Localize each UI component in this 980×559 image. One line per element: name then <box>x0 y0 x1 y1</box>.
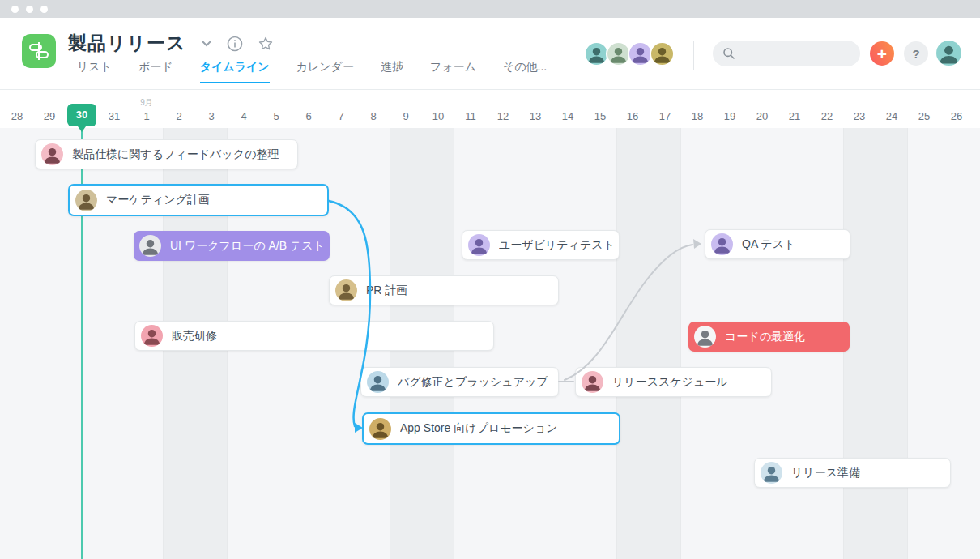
task-bar[interactable]: マーケティング計画 <box>68 184 329 216</box>
tab-timeline[interactable]: タイムライン <box>200 60 270 83</box>
today-marker[interactable]: 30 <box>67 104 96 126</box>
traffic-light-dot <box>40 6 48 13</box>
day-label: 3 <box>195 110 228 122</box>
day-label: 26 <box>940 110 973 122</box>
task-bar[interactable]: リリース準備 <box>754 458 951 488</box>
assignee-avatar <box>367 371 389 393</box>
task-bar[interactable]: コードの最適化 <box>688 322 850 352</box>
day-label: 23 <box>843 110 876 122</box>
window-chrome <box>0 0 980 18</box>
task-label: 販売研修 <box>172 329 217 344</box>
assignee-avatar <box>41 143 63 165</box>
tab-more[interactable]: その他... <box>503 60 547 83</box>
tab-board[interactable]: ボード <box>138 60 173 83</box>
tab-list[interactable]: リスト <box>77 60 112 83</box>
task-label: QA テスト <box>742 237 795 252</box>
project-header: 製品リリース リストボードタイムラインカレンダー進捗フォームその他... + ? <box>0 18 980 90</box>
search-input[interactable] <box>742 47 850 61</box>
day-label: 4 <box>228 110 260 122</box>
assignee-avatar <box>694 326 716 348</box>
task-bar[interactable]: UI ワークフローの A/B テスト <box>134 231 330 261</box>
tab-bar: リストボードタイムラインカレンダー進捗フォームその他... <box>77 60 547 83</box>
task-bar[interactable]: QA テスト <box>705 229 850 259</box>
task-label: コードの最適化 <box>725 330 805 344</box>
day-label: 24 <box>876 110 908 122</box>
day-label: 31 <box>98 110 130 122</box>
profile-avatar[interactable] <box>936 41 961 66</box>
task-label: App Store 向けプロモーション <box>400 421 557 436</box>
timeline-logo-icon <box>28 41 49 62</box>
day-label: 25 <box>908 110 940 122</box>
info-icon[interactable] <box>227 36 243 52</box>
assignee-avatar <box>139 235 161 257</box>
tab-progress[interactable]: 進捗 <box>381 60 403 83</box>
tab-calendar[interactable]: カレンダー <box>296 60 354 83</box>
star-icon[interactable] <box>258 36 274 52</box>
day-label: 13 <box>519 110 552 122</box>
add-button[interactable]: + <box>870 41 894 66</box>
day-label: 20 <box>746 110 778 122</box>
member-avatars <box>587 41 675 66</box>
task-label: マーケティング計画 <box>106 193 210 207</box>
task-bar[interactable]: 製品仕様に関するフィードバックの整理 <box>35 139 298 169</box>
day-label: 21 <box>778 110 811 122</box>
day-label: 22 <box>811 110 843 122</box>
assignee-avatar <box>369 418 391 440</box>
day-label: 12 <box>487 110 519 122</box>
task-bar[interactable]: PR 計画 <box>329 275 559 305</box>
project-icon <box>22 34 56 68</box>
day-label: 7 <box>325 110 357 122</box>
traffic-light-dot <box>26 6 33 13</box>
assignee-avatar <box>141 325 163 347</box>
assignee-avatar <box>468 234 490 256</box>
assignee-avatar <box>761 462 782 484</box>
assignee-avatar <box>335 280 357 301</box>
tab-forms[interactable]: フォーム <box>430 60 476 83</box>
day-label: 18 <box>681 110 714 122</box>
day-label: 6 <box>292 110 325 122</box>
task-label: UI ワークフローの A/B テスト <box>170 239 325 254</box>
chevron-down-icon[interactable] <box>201 40 212 48</box>
task-bar[interactable]: App Store 向けプロモーション <box>362 412 620 445</box>
day-label: 2 <box>163 110 195 122</box>
assignee-avatar <box>75 190 97 211</box>
task-label: PR 計画 <box>366 284 407 298</box>
task-bar[interactable]: 販売研修 <box>134 321 494 351</box>
task-label: バグ修正とブラッシュアップ <box>398 375 548 390</box>
assignee-avatar <box>711 233 733 255</box>
task-label: リリース準備 <box>791 466 860 480</box>
task-label: リリーススケジュール <box>612 375 728 390</box>
search-bar[interactable] <box>713 41 860 66</box>
task-bar[interactable]: ユーザビリティテスト <box>462 230 620 260</box>
day-label: 8 <box>357 110 390 122</box>
day-label: 16 <box>616 110 649 122</box>
page-title: 製品リリース <box>68 31 186 56</box>
day-label: 9 <box>390 110 422 122</box>
task-bar[interactable]: リリーススケジュール <box>575 367 772 397</box>
task-label: ユーザビリティテスト <box>499 238 615 253</box>
day-label: 17 <box>649 110 681 122</box>
day-label: 29 <box>33 110 66 122</box>
day-label: 19 <box>714 110 746 122</box>
header-divider <box>693 41 694 70</box>
app-window: 製品リリース リストボードタイムラインカレンダー進捗フォームその他... + ?… <box>0 0 980 559</box>
task-bar[interactable]: バグ修正とブラッシュアップ <box>360 367 559 397</box>
assignee-avatar <box>582 371 603 393</box>
profile-avatar-slot <box>936 41 961 66</box>
search-icon <box>722 47 735 60</box>
date-ruler: 2829303112345678910111213141516171819202… <box>0 89 980 128</box>
day-label: 14 <box>552 110 584 122</box>
task-label: 製品仕様に関するフィードバックの整理 <box>72 147 279 162</box>
day-label: 5 <box>260 110 292 122</box>
day-label: 1 <box>130 110 163 122</box>
day-label: 11 <box>454 110 487 122</box>
day-label: 10 <box>422 110 454 122</box>
day-label: 28 <box>1 110 33 122</box>
help-button[interactable]: ? <box>904 41 928 66</box>
traffic-light-dot <box>11 6 19 13</box>
month-label: 9月 <box>130 97 163 109</box>
day-label: 15 <box>584 110 616 122</box>
member-avatar[interactable] <box>650 41 675 66</box>
